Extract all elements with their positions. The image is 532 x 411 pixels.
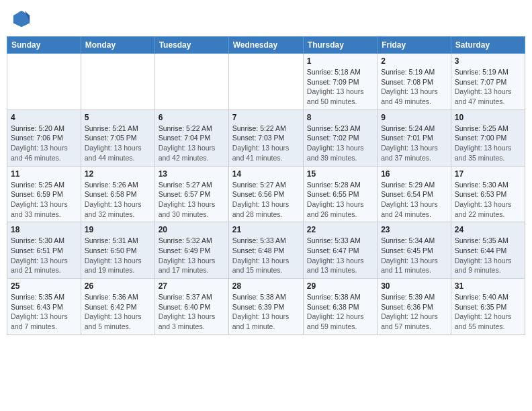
calendar-cell: 26Sunrise: 5:36 AMSunset: 6:42 PMDayligh… [81,279,154,335]
daylight-label: Daylight: 13 hours and 49 minutes. [381,87,438,105]
day-number: 20 [159,225,225,234]
day-number: 18 [11,225,77,234]
day-info: Sunrise: 5:25 AMSunset: 6:59 PMDaylight:… [11,180,77,220]
calendar-cell: 6Sunrise: 5:22 AMSunset: 7:04 PMDaylight… [154,109,228,166]
daylight-label: Daylight: 13 hours and 17 minutes. [159,257,216,275]
weekday-header-thursday: Thursday [303,37,377,54]
day-info: Sunrise: 5:24 AMSunset: 7:01 PMDaylight:… [381,124,447,163]
svg-marker-0 [13,11,30,27]
day-number: 26 [85,281,151,291]
day-number: 11 [11,169,77,179]
daylight-label: Daylight: 13 hours and 50 minutes. [307,87,364,105]
page-header [7,7,525,31]
calendar-cell: 5Sunrise: 5:21 AMSunset: 7:05 PMDaylight… [81,109,154,166]
calendar-table: SundayMondayTuesdayWednesdayThursdayFrid… [7,36,525,335]
calendar-cell [7,54,81,110]
calendar-cell: 1Sunrise: 5:18 AMSunset: 7:09 PMDaylight… [303,54,377,110]
calendar-cell: 18Sunrise: 5:30 AMSunset: 6:51 PMDayligh… [7,222,81,279]
daylight-label: Daylight: 13 hours and 33 minutes. [11,200,68,218]
daylight-label: Daylight: 13 hours and 28 minutes. [232,200,290,218]
daylight-label: Daylight: 13 hours and 5 minutes. [85,312,142,330]
weekday-header-friday: Friday [378,37,451,54]
day-number: 28 [232,281,300,291]
calendar-week-3: 11Sunrise: 5:25 AMSunset: 6:59 PMDayligh… [7,166,525,222]
calendar-cell: 2Sunrise: 5:19 AMSunset: 7:08 PMDaylight… [378,54,451,110]
calendar-cell: 22Sunrise: 5:33 AMSunset: 6:47 PMDayligh… [303,222,377,279]
daylight-label: Daylight: 12 hours and 59 minutes. [307,312,364,330]
logo-icon [12,9,31,28]
calendar-cell: 4Sunrise: 5:20 AMSunset: 7:06 PMDaylight… [7,109,81,166]
day-number: 24 [455,225,521,234]
daylight-label: Daylight: 13 hours and 13 minutes. [307,257,364,275]
day-info: Sunrise: 5:27 AMSunset: 6:57 PMDaylight:… [159,180,225,220]
day-info: Sunrise: 5:34 AMSunset: 6:45 PMDaylight:… [381,236,447,275]
day-number: 2 [381,56,447,66]
day-info: Sunrise: 5:35 AMSunset: 6:44 PMDaylight:… [455,236,521,275]
day-number: 30 [381,281,447,291]
daylight-label: Daylight: 12 hours and 57 minutes. [381,312,438,330]
day-info: Sunrise: 5:21 AMSunset: 7:05 PMDaylight:… [85,124,151,163]
day-number: 23 [381,225,447,234]
calendar-cell: 21Sunrise: 5:33 AMSunset: 6:48 PMDayligh… [228,222,303,279]
day-number: 31 [455,281,521,291]
calendar-cell: 25Sunrise: 5:35 AMSunset: 6:43 PMDayligh… [7,279,81,335]
day-number: 9 [381,113,447,122]
day-number: 21 [232,225,300,234]
calendar-cell: 7Sunrise: 5:22 AMSunset: 7:03 PMDaylight… [228,109,303,166]
daylight-label: Daylight: 13 hours and 3 minutes. [159,312,216,330]
calendar-cell: 12Sunrise: 5:26 AMSunset: 6:58 PMDayligh… [81,166,154,222]
daylight-label: Daylight: 13 hours and 24 minutes. [381,200,438,218]
daylight-label: Daylight: 13 hours and 22 minutes. [455,200,512,218]
day-info: Sunrise: 5:19 AMSunset: 7:08 PMDaylight:… [381,67,447,107]
daylight-label: Daylight: 13 hours and 30 minutes. [159,200,216,218]
day-number: 7 [232,113,300,122]
day-info: Sunrise: 5:30 AMSunset: 6:53 PMDaylight:… [455,180,521,220]
day-number: 13 [159,169,225,179]
day-number: 15 [307,169,373,179]
calendar-cell: 28Sunrise: 5:38 AMSunset: 6:39 PMDayligh… [228,279,303,335]
calendar-cell: 23Sunrise: 5:34 AMSunset: 6:45 PMDayligh… [378,222,451,279]
day-number: 3 [455,56,521,66]
calendar-cell: 13Sunrise: 5:27 AMSunset: 6:57 PMDayligh… [154,166,228,222]
day-number: 1 [307,56,373,66]
day-info: Sunrise: 5:25 AMSunset: 7:00 PMDaylight:… [455,124,521,163]
day-number: 16 [381,169,447,179]
daylight-label: Daylight: 13 hours and 11 minutes. [381,257,438,275]
daylight-label: Daylight: 13 hours and 19 minutes. [85,257,142,275]
daylight-label: Daylight: 13 hours and 7 minutes. [11,312,68,330]
day-info: Sunrise: 5:35 AMSunset: 6:43 PMDaylight:… [11,292,77,332]
day-info: Sunrise: 5:37 AMSunset: 6:40 PMDaylight:… [159,292,225,332]
calendar-cell: 15Sunrise: 5:28 AMSunset: 6:55 PMDayligh… [303,166,377,222]
logo [12,9,34,28]
day-info: Sunrise: 5:19 AMSunset: 7:07 PMDaylight:… [455,67,521,107]
weekday-header-wednesday: Wednesday [228,37,303,54]
day-info: Sunrise: 5:32 AMSunset: 6:49 PMDaylight:… [159,236,225,275]
weekday-header-row: SundayMondayTuesdayWednesdayThursdayFrid… [7,37,525,54]
calendar-week-1: 1Sunrise: 5:18 AMSunset: 7:09 PMDaylight… [7,54,525,110]
day-info: Sunrise: 5:39 AMSunset: 6:36 PMDaylight:… [381,292,447,332]
day-number: 25 [11,281,77,291]
calendar-cell: 3Sunrise: 5:19 AMSunset: 7:07 PMDaylight… [451,54,525,110]
daylight-label: Daylight: 13 hours and 21 minutes. [11,257,68,275]
day-number: 27 [159,281,225,291]
daylight-label: Daylight: 13 hours and 32 minutes. [85,200,142,218]
calendar-cell: 20Sunrise: 5:32 AMSunset: 6:49 PMDayligh… [154,222,228,279]
day-info: Sunrise: 5:31 AMSunset: 6:50 PMDaylight:… [85,236,151,275]
calendar-cell: 8Sunrise: 5:23 AMSunset: 7:02 PMDaylight… [303,109,377,166]
daylight-label: Daylight: 13 hours and 44 minutes. [85,144,142,162]
calendar-week-5: 25Sunrise: 5:35 AMSunset: 6:43 PMDayligh… [7,279,525,335]
day-info: Sunrise: 5:30 AMSunset: 6:51 PMDaylight:… [11,236,77,275]
calendar-cell: 27Sunrise: 5:37 AMSunset: 6:40 PMDayligh… [154,279,228,335]
daylight-label: Daylight: 12 hours and 55 minutes. [455,312,512,330]
calendar-cell [81,54,154,110]
weekday-header-monday: Monday [81,37,154,54]
day-info: Sunrise: 5:29 AMSunset: 6:54 PMDaylight:… [381,180,447,220]
calendar-cell [228,54,303,110]
day-number: 19 [85,225,151,234]
day-info: Sunrise: 5:27 AMSunset: 6:56 PMDaylight:… [232,180,300,220]
daylight-label: Daylight: 13 hours and 9 minutes. [455,257,512,275]
daylight-label: Daylight: 13 hours and 42 minutes. [159,144,216,162]
day-info: Sunrise: 5:23 AMSunset: 7:02 PMDaylight:… [307,124,373,163]
day-info: Sunrise: 5:40 AMSunset: 6:35 PMDaylight:… [455,292,521,332]
calendar-week-4: 18Sunrise: 5:30 AMSunset: 6:51 PMDayligh… [7,222,525,279]
